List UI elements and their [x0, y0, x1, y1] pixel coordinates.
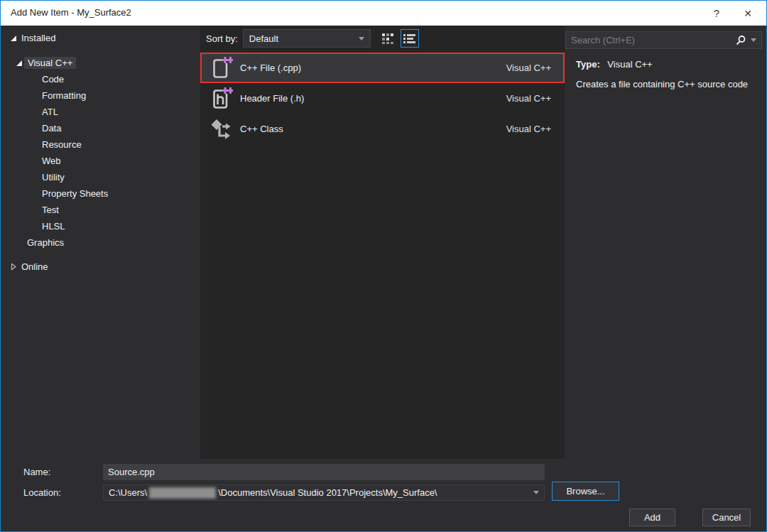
sidebar-item-label: Code [42, 74, 64, 85]
sidebar-item-code[interactable]: Code [1, 71, 200, 87]
sidebar-item-label: Visual C++ [24, 57, 76, 69]
sidebar-item-data[interactable]: Data [1, 120, 200, 136]
sidebar-item-visual-cpp[interactable]: Visual C++ [1, 55, 200, 71]
template-row-cpp-class[interactable]: C++ Class Visual C++ [200, 114, 565, 144]
list-view-icon [403, 33, 415, 44]
template-category: Visual C++ [506, 124, 551, 134]
sidebar-item-graphics[interactable]: Graphics [1, 234, 200, 251]
search-box[interactable] [565, 31, 762, 49]
template-panel: Sort by: Default [200, 26, 565, 459]
sidebar-item-online[interactable]: Online [1, 259, 200, 275]
chevron-down-icon [533, 491, 539, 494]
add-new-item-dialog: { "window": { "title": "Add New Item - M… [0, 0, 767, 532]
expand-arrow-icon[interactable] [10, 35, 21, 42]
list-view-button[interactable] [401, 29, 419, 48]
sort-by-dropdown[interactable]: Default [243, 29, 371, 48]
template-list: C++ File (.cpp) Visual C++ Header File (… [200, 53, 565, 144]
search-input[interactable] [571, 35, 735, 45]
sidebar-item-utility[interactable]: Utility [1, 169, 200, 185]
help-button[interactable]: ? [701, 1, 732, 26]
name-input[interactable] [103, 464, 545, 480]
location-path-suffix: \Documents\Visual Studio 2017\Projects\M… [218, 487, 437, 498]
sidebar-item-label: Formatting [42, 90, 86, 101]
cpp-file-icon [210, 56, 233, 80]
grid-view-button[interactable] [379, 29, 397, 48]
sidebar-item-formatting[interactable]: Formatting [1, 87, 200, 104]
sidebar-item-property-sheets[interactable]: Property Sheets [1, 185, 200, 202]
sidebar-item-test[interactable]: Test [1, 202, 200, 218]
sidebar-item-hlsl[interactable]: HLSL [1, 218, 200, 234]
sidebar-item-label: Online [21, 261, 48, 272]
collapse-arrow-icon[interactable] [10, 263, 21, 271]
header-file-icon [210, 87, 233, 111]
template-category: Visual C++ [506, 63, 551, 73]
add-button[interactable]: Add [629, 509, 675, 526]
sidebar-item-web[interactable]: Web [1, 153, 200, 169]
template-row-header-file[interactable]: Header File (.h) Visual C++ [200, 83, 565, 114]
sidebar-item-label: HLSL [42, 221, 65, 232]
location-path-prefix: C:\Users\ [109, 487, 147, 498]
sidebar-item-label: Web [42, 156, 61, 166]
sidebar-item-label: Resource [42, 139, 82, 150]
dialog-title: Add New Item - My_Surface2 [11, 7, 131, 18]
sidebar-item-label: Property Sheets [42, 188, 108, 199]
sort-by-value: Default [249, 33, 278, 44]
cancel-button[interactable]: Cancel [702, 509, 751, 526]
name-label: Name: [23, 467, 50, 477]
location-dropdown[interactable]: C:\Users\ \Documents\Visual Studio 2017\… [103, 484, 545, 501]
location-label: Location: [23, 487, 61, 498]
sidebar-item-label: Data [42, 123, 61, 134]
sidebar-item-label: Test [42, 205, 59, 215]
template-description: Creates a file containing C++ source cod… [576, 79, 748, 89]
browse-button[interactable]: Browse... [552, 482, 619, 501]
search-icon[interactable] [735, 35, 746, 46]
template-category: Visual C++ [506, 93, 551, 104]
sidebar-item-label: Utility [42, 172, 65, 183]
template-row-cpp-file[interactable]: C++ File (.cpp) Visual C++ [200, 53, 565, 83]
sort-by-label: Sort by: [206, 33, 238, 44]
cpp-class-icon [210, 117, 233, 141]
sort-toolbar: Sort by: Default [206, 29, 419, 48]
details-panel: Type: Visual C++ Creates a file containi… [565, 26, 766, 459]
chevron-down-icon [359, 37, 364, 40]
type-label: Type: [576, 59, 600, 70]
title-bar: Add New Item - My_Surface2 ? ✕ [1, 1, 766, 26]
sidebar-item-installed[interactable]: Installed [1, 30, 200, 46]
template-label: Header File (.h) [240, 93, 304, 104]
category-sidebar: Installed Visual C++ Code Formatting ATL… [1, 26, 200, 531]
footer-bar: Name: Location: C:\Users\ \Documents\Vis… [1, 460, 766, 531]
sidebar-item-atl[interactable]: ATL [1, 104, 200, 120]
sidebar-item-label: ATL [42, 107, 58, 117]
grid-view-icon [382, 33, 393, 44]
type-value: Visual C++ [607, 59, 652, 70]
type-row: Type: Visual C++ [576, 59, 653, 70]
chevron-down-icon[interactable] [751, 38, 756, 42]
sidebar-item-label: Installed [21, 33, 55, 43]
sidebar-item-resource[interactable]: Resource [1, 136, 200, 153]
redacted-username [149, 487, 216, 499]
template-label: C++ Class [240, 124, 283, 134]
sidebar-item-label: Graphics [27, 237, 64, 248]
template-label: C++ File (.cpp) [240, 63, 301, 73]
close-button[interactable]: ✕ [732, 1, 763, 26]
